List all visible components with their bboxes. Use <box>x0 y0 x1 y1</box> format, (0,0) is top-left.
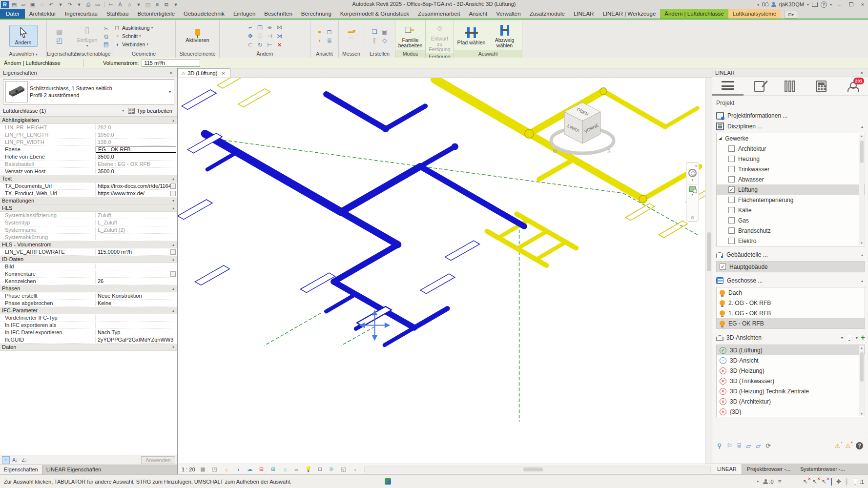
viewcube[interactable]: W S OBEN LINKS VORNE <box>546 98 619 159</box>
measure-icon[interactable]: ▭ <box>94 1 102 8</box>
property-row-tx-documents-url[interactable]: TX_Documents_Urlhttps://trox-docs.com/r/… <box>0 183 177 190</box>
gewerke-scrollbar[interactable]: ▲▼ <box>859 134 864 245</box>
create-assembly-icon[interactable]: ▣ <box>380 27 389 36</box>
property-value[interactable]: EG - OK RFB <box>96 146 176 153</box>
sun-path-icon[interactable]: ☼ <box>223 466 230 473</box>
section-icon[interactable]: ◫ <box>144 1 152 8</box>
view-row-3d-trinkwasser[interactable]: ×3D (Trinkwasser) <box>717 376 865 386</box>
property-value[interactable]: 2yYDPPGaP2GxIMdYZqnWW3 <box>96 337 177 343</box>
property-section-hls[interactable]: HLS▴ <box>0 204 177 212</box>
selection-filter-count[interactable]: :1 <box>852 479 864 485</box>
view-row-3d-lüftung[interactable]: ✓3D (Lüftung) <box>717 345 865 355</box>
select-branch-button[interactable]: Abzweig wählen <box>489 23 520 49</box>
section-collapse-icon[interactable]: ▴ <box>172 206 175 210</box>
property-value[interactable]: 3500.0 <box>96 168 177 174</box>
model-canvas[interactable]: W S OBEN LINKS VORNE ⊗ ▾ ▾ ⊖ <box>178 78 712 464</box>
revit-logo-icon[interactable]: R <box>1 1 9 8</box>
section-collapse-icon[interactable]: ▴ <box>172 118 175 122</box>
properties-close-icon[interactable]: × <box>167 70 174 76</box>
property-row-lin-pr-length[interactable]: LIN_PR_LENGTH1050.0 <box>0 131 177 139</box>
property-row-in-ifc-datei-exportieren[interactable]: In IFC-Datei exportierenNach Typ <box>0 329 177 336</box>
tab-verwalten[interactable]: Verwalten <box>492 9 525 19</box>
associate-parameter-button[interactable] <box>170 183 176 189</box>
disziplinen-collapse-icon[interactable]: ▴ <box>861 124 865 129</box>
ribbon-collapse-icon[interactable]: ⊡▾ <box>785 11 797 19</box>
gewerk-row-abwasser[interactable]: Abwasser <box>717 174 865 184</box>
tab-linear[interactable]: LINEAR <box>569 9 599 19</box>
apply-button[interactable]: Anwenden <box>141 456 175 464</box>
account-icon[interactable] <box>771 2 776 7</box>
split-icon[interactable]: ⌯ <box>266 23 274 31</box>
open-icon[interactable]: ▱ <box>20 1 27 8</box>
view-row-3d-architektur[interactable]: ×3D (Architektur) <box>717 396 865 407</box>
property-row-lin-pr-width[interactable]: LIN_PR_WIDTH138.0 <box>0 139 177 146</box>
section-collapse-icon[interactable]: ▴ <box>172 286 175 291</box>
properties-palette-icon[interactable]: ◰ <box>55 36 63 44</box>
viewport-vertical-scrollbar[interactable] <box>705 78 712 464</box>
minimize-button[interactable]: – <box>835 1 844 7</box>
edit-family-button[interactable]: ❏✏ Familie bearbeiten <box>397 23 424 49</box>
store-cart-icon[interactable] <box>812 2 818 7</box>
section-collapse-icon[interactable]: ▾ <box>172 199 175 203</box>
property-row-tx-product-web-url[interactable]: TX_Product_Web_Urlhttps://www.trox.de/ <box>0 190 177 197</box>
redo-icon[interactable]: ↷ <box>66 1 74 8</box>
tab-datei[interactable]: Datei <box>0 9 25 19</box>
views-filter-dropdown-icon[interactable]: ▾ <box>856 336 858 340</box>
3d-view-dropdown-icon[interactable]: ▾ <box>135 1 143 8</box>
steering-wheel-dropdown-icon[interactable]: ▾ <box>692 178 694 182</box>
tab-gebäudetechnik[interactable]: Gebäudetechnik <box>179 9 229 19</box>
gewerk-checkbox[interactable] <box>728 176 735 183</box>
rotate-icon[interactable]: ↻ <box>256 41 264 49</box>
move-icon[interactable]: ✥ <box>246 32 254 40</box>
reveal-hidden-icon[interactable]: 💡 <box>305 466 312 473</box>
property-value[interactable]: Keine <box>96 300 177 306</box>
gewerk-checkbox[interactable] <box>728 197 735 203</box>
disziplinen-item[interactable]: Disziplinen ... ▴ <box>716 121 865 132</box>
tab-ingenieurbau[interactable]: Ingenieurbau <box>61 9 102 19</box>
connect-tool-icon[interactable]: ⚲ <box>717 442 722 449</box>
tab-stahlbau[interactable]: Stahlbau <box>102 9 133 19</box>
associate-parameter-button[interactable] <box>170 271 176 277</box>
modify-button[interactable]: Ändern <box>9 25 38 47</box>
drag-on-selection-icon[interactable]: ✥ <box>836 478 841 485</box>
restore-button[interactable] <box>847 1 855 7</box>
editable-only-toggle-icon[interactable]: ≡ <box>778 478 782 485</box>
tree-expand-icon[interactable]: ◢ <box>719 136 722 141</box>
views-scrollbar[interactable]: ▲▼ <box>859 346 864 416</box>
gewerk-checkbox[interactable] <box>728 207 735 213</box>
gewerk-row-brandschutz[interactable]: Brandschutz <box>717 225 865 236</box>
panel-label-ansicht[interactable]: Ansicht <box>310 50 338 58</box>
panel-label-modus[interactable]: Modus <box>395 50 425 58</box>
navigation-bar[interactable]: ⊗ ▾ ▾ ⊖ <box>686 162 699 222</box>
view-row-3d-heizung[interactable]: ×3D (Heizung) <box>717 366 865 376</box>
views-dropdown-icon[interactable]: ▾ <box>841 336 843 340</box>
property-section-bemaßungen[interactable]: Bemaßungen▾ <box>0 197 177 204</box>
storey-row-1-og-ok-rfb[interactable]: 1. OG - OK RFB <box>717 308 865 318</box>
signed-in-user[interactable]: rjaK3DQM <box>779 1 804 7</box>
gewerk-checkbox[interactable] <box>728 217 735 224</box>
align-icon[interactable]: ⌐ <box>246 23 254 31</box>
view-properties-icon[interactable]: ◱ <box>340 466 348 473</box>
pin-icon[interactable]: ⋈ <box>275 23 284 31</box>
schnitt-menu[interactable]: ◔Schnitt▾ <box>114 32 141 40</box>
undo-icon[interactable]: ↶ <box>47 1 55 8</box>
warning-dismiss-icon[interactable]: ⚠× <box>845 442 851 449</box>
section-collapse-icon[interactable]: ▾ <box>172 345 175 349</box>
account-dropdown-icon[interactable]: ▾ <box>807 2 809 7</box>
type-selector[interactable]: Schlitzdurchlass, 1 Stutzen seitlich Pro… <box>3 79 174 104</box>
offset-icon[interactable]: ⊂ <box>246 41 254 49</box>
gewerk-row-elektro[interactable]: Elektro <box>717 236 865 246</box>
crop-region-icon[interactable]: ⊞ <box>269 466 277 473</box>
collapse-search-icon[interactable]: ◂ <box>757 2 759 7</box>
type-properties-icon[interactable]: ▦ <box>55 27 63 36</box>
panel-label-geometrie[interactable]: Geometrie <box>112 50 175 58</box>
panel-label-steuerelemente[interactable]: Steuerelemente <box>176 50 219 58</box>
gewerk-row-heizung[interactable]: Heizung <box>717 154 865 164</box>
search-icon[interactable] <box>762 0 768 8</box>
volumenstrom-input[interactable]: 115 m³/h <box>142 59 200 67</box>
gewerk-checkbox[interactable] <box>728 227 735 234</box>
gewerk-checkbox[interactable] <box>728 156 735 162</box>
tab-körpermodell-grundstück[interactable]: Körpermodell & Grundstück <box>336 9 413 19</box>
duct-tool-icon[interactable]: ▱ <box>746 442 751 449</box>
section-collapse-icon[interactable]: ▴ <box>172 243 175 247</box>
